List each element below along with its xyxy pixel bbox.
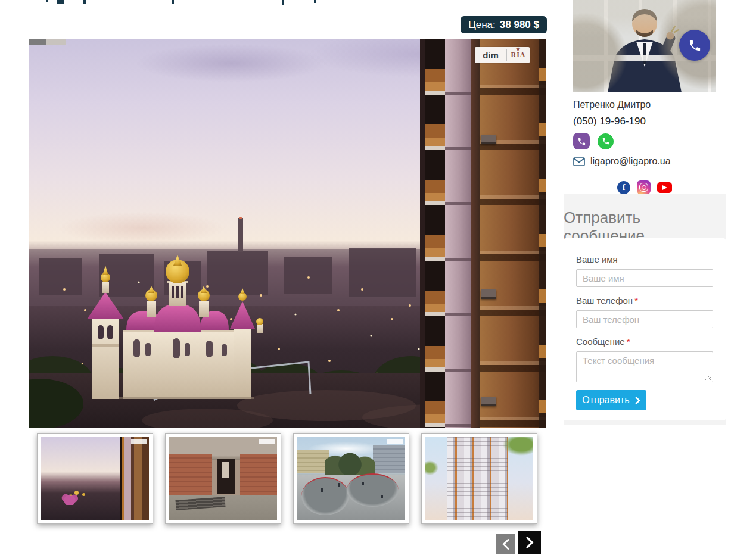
- phone-icon: [688, 39, 702, 52]
- phone-label: Ваш телефон*: [576, 295, 638, 305]
- agent-email[interactable]: ligapro@ligapro.ua: [590, 156, 671, 167]
- watermark-mini: [387, 439, 403, 444]
- agent-card: Петренко Дмитро (050) 19-96-190 ligapro@…: [564, 0, 726, 194]
- price-badge: Цена: 38 980 $: [461, 16, 547, 33]
- youtube-icon[interactable]: [657, 182, 672, 193]
- photo-corner-bar: [29, 39, 66, 45]
- ac-unit: [481, 135, 496, 144]
- watermark-mini: [259, 439, 275, 444]
- price-label: Цена:: [468, 19, 496, 31]
- submit-button[interactable]: Отправить: [576, 390, 646, 410]
- chevron-right-icon: [526, 537, 534, 548]
- watermark-mini: [131, 439, 147, 444]
- instagram-icon[interactable]: [637, 180, 651, 194]
- building-shadow-strip: [471, 39, 480, 428]
- email-row[interactable]: ligapro@ligapro.ua: [573, 156, 716, 167]
- agent-name: Петренко Дмитро: [573, 99, 716, 110]
- viber-icon[interactable]: [573, 133, 590, 149]
- dimria-watermark: dim ★ RIA: [475, 47, 530, 63]
- next-photo-button[interactable]: [518, 531, 541, 554]
- thumbnail-strip: [37, 433, 537, 524]
- message-textarea[interactable]: [576, 351, 713, 382]
- name-input[interactable]: [576, 269, 713, 287]
- social-icons: f: [573, 180, 716, 194]
- main-photo[interactable]: dim ★ RIA: [29, 39, 546, 428]
- facebook-icon[interactable]: f: [617, 181, 630, 194]
- star-icon: ★: [516, 46, 521, 52]
- message-label: Сообщение*: [576, 336, 630, 347]
- gallery-navigation: [496, 531, 541, 554]
- messenger-icons: [573, 133, 716, 149]
- message-form: Ваше имя Ваш телефон* Сообщение* Отправи…: [564, 238, 726, 420]
- envelope-icon: [573, 157, 585, 166]
- thumbnail-city-view[interactable]: [37, 433, 153, 524]
- contact-sidebar: Петренко Дмитро (050) 19-96-190 ligapro@…: [564, 0, 726, 555]
- whatsapp-icon[interactable]: [598, 133, 614, 149]
- building-closeup: [420, 39, 546, 428]
- agent-phone[interactable]: (050) 19-96-190: [573, 116, 716, 127]
- name-label: Ваше имя: [576, 254, 618, 264]
- building-mini: [120, 437, 149, 520]
- price-value: 38 980 $: [500, 19, 539, 31]
- call-button[interactable]: [679, 30, 710, 61]
- ac-unit: [481, 289, 496, 299]
- building-edge: [420, 39, 425, 428]
- thumbnail-skatepark[interactable]: [293, 433, 409, 524]
- chevron-right-icon: [635, 397, 640, 404]
- chevron-left-icon: [502, 539, 509, 550]
- watermark-dim-label: dim: [475, 50, 506, 60]
- ac-unit: [481, 397, 496, 406]
- thumbnail-interior[interactable]: [165, 433, 281, 524]
- gallery-section: Цена: 38 980 $: [29, 0, 546, 555]
- building-window-column: [425, 39, 445, 428]
- required-mark: *: [627, 336, 630, 347]
- watermark-ria-logo: ★ RIA: [507, 51, 530, 60]
- building-panels: [480, 39, 546, 428]
- required-mark: *: [634, 295, 638, 305]
- agent-photo: [573, 0, 716, 92]
- phone-input[interactable]: [576, 310, 713, 328]
- prev-photo-button[interactable]: [496, 534, 515, 554]
- thumbnail-facade-render[interactable]: [421, 433, 537, 524]
- building-concrete-pillar: [445, 39, 471, 428]
